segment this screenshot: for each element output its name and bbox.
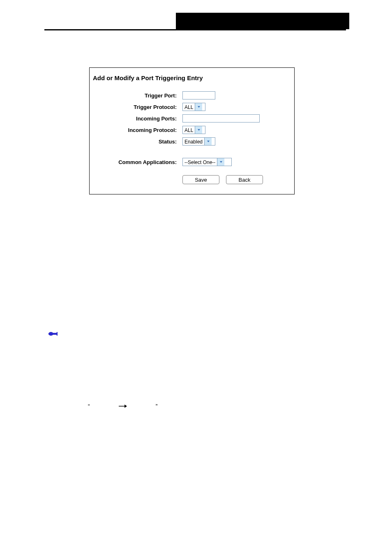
back-button-label: Back: [239, 177, 251, 183]
row-incoming-ports: Incoming Ports:: [90, 114, 288, 123]
label-status: Status:: [90, 139, 182, 145]
port-triggering-panel: Add or Modify a Port Triggering Entry Tr…: [89, 67, 295, 194]
select-trigger-protocol[interactable]: ALL: [182, 103, 205, 111]
input-incoming-ports[interactable]: [182, 114, 260, 123]
header-rule: [44, 29, 346, 30]
breadcrumb-fragment: “ ”: [88, 403, 157, 409]
left-quote: “: [88, 403, 90, 409]
label-incoming-protocol: Incoming Protocol:: [90, 127, 182, 133]
input-trigger-port[interactable]: [182, 91, 215, 99]
select-trigger-protocol-value: ALL: [183, 103, 195, 111]
row-incoming-protocol: Incoming Protocol: ALL: [90, 126, 288, 134]
row-common-applications: Common Applications: --Select One--: [90, 158, 288, 166]
arrow-right-icon: [119, 403, 127, 409]
save-button[interactable]: Save: [182, 175, 219, 184]
header-black-bar: [176, 13, 349, 29]
chevron-down-icon: [217, 158, 224, 166]
row-status: Status: Enabled: [90, 137, 288, 146]
label-trigger-port: Trigger Port:: [90, 92, 182, 99]
select-incoming-protocol[interactable]: ALL: [182, 126, 205, 134]
chevron-down-icon: [204, 138, 212, 145]
chevron-down-icon: [195, 103, 202, 111]
row-trigger-port: Trigger Port:: [90, 91, 288, 99]
right-quote: ”: [156, 403, 158, 409]
panel-title: Add or Modify a Port Triggering Entry: [93, 74, 288, 81]
label-common-applications: Common Applications:: [90, 159, 182, 165]
select-incoming-protocol-value: ALL: [183, 126, 195, 134]
row-trigger-protocol: Trigger Protocol: ALL: [90, 103, 288, 111]
panel-button-row: Save Back: [182, 175, 288, 184]
back-button[interactable]: Back: [226, 175, 263, 184]
page: Add or Modify a Port Triggering Entry Tr…: [0, 0, 392, 555]
label-incoming-ports: Incoming Ports:: [90, 116, 182, 122]
pointing-hand-icon: [48, 331, 58, 339]
select-status-value: Enabled: [183, 138, 204, 145]
save-button-label: Save: [195, 177, 207, 183]
label-trigger-protocol: Trigger Protocol:: [90, 104, 182, 110]
select-common-applications[interactable]: --Select One--: [182, 158, 232, 166]
select-status[interactable]: Enabled: [182, 137, 215, 146]
chevron-down-icon: [195, 126, 202, 134]
select-common-applications-value: --Select One--: [183, 158, 217, 166]
